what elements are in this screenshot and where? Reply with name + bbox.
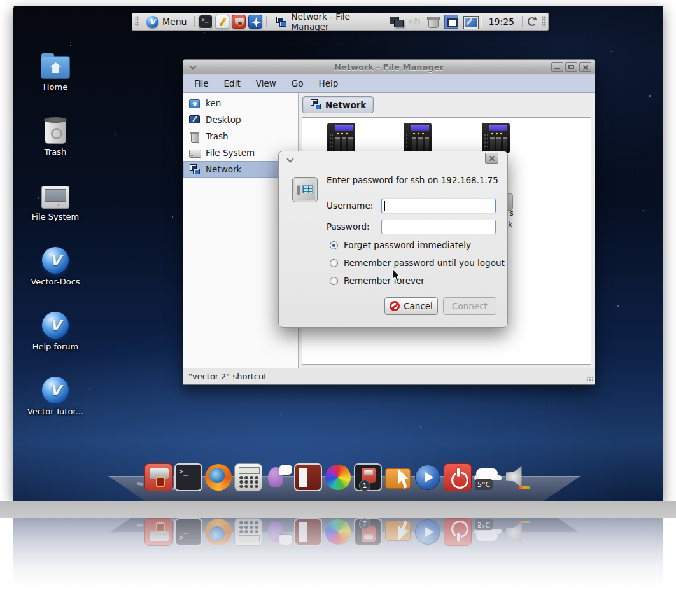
terminal-launcher-icon[interactable]: >_ [199, 15, 213, 29]
window-titlebar[interactable]: Network - File Manager [183, 60, 595, 74]
panel-grip-left[interactable] [135, 16, 139, 27]
dock: >_15°C [13, 451, 663, 501]
menu-go[interactable]: Go [285, 76, 311, 91]
trash-can-icon [189, 131, 200, 142]
radio-label: Forget password immediately [344, 240, 471, 250]
connect-button[interactable]: Connect [443, 297, 496, 315]
dock-power-icon[interactable] [444, 463, 472, 491]
workspace-tray-icon[interactable] [444, 15, 458, 29]
path-button-label: Network [325, 100, 366, 110]
radio-option-3[interactable]: Remember forever [330, 276, 425, 286]
resize-grip[interactable] [586, 376, 593, 382]
radio-icon[interactable] [330, 277, 338, 285]
network-icon [276, 17, 286, 27]
desktop-screen: V V Menu >_ Network - File Manager 19:25… [13, 6, 663, 501]
config-tool-launcher-icon[interactable] [248, 15, 262, 29]
maximize-button[interactable] [565, 62, 577, 72]
minimize-button[interactable] [551, 62, 563, 72]
cancel-icon [390, 301, 400, 311]
window-title: Network - File Manager [183, 62, 595, 72]
sidebar-item-label: Network [206, 164, 241, 174]
package-manager-launcher-icon[interactable] [232, 15, 246, 29]
radio-option-2[interactable]: Remember password until you logout [330, 258, 505, 268]
status-text: "vector-2" shortcut [188, 372, 267, 381]
desktop-icon-label: Help forum [32, 342, 79, 351]
desktop-icon-help-forum[interactable]: VHelp forum [25, 308, 86, 351]
sidebar-item-trash[interactable]: Trash [183, 128, 298, 144]
dock-file-manager-icon[interactable] [384, 463, 412, 491]
password-label: Password: [327, 221, 370, 232]
dialog-close-button[interactable] [485, 153, 498, 164]
volume-muted-tray-icon[interactable] [407, 15, 421, 29]
trash-tray-icon[interactable] [426, 15, 440, 29]
sidebar-item-ken[interactable]: ken [183, 95, 298, 111]
panel-separator [481, 16, 481, 27]
connect-label: Connect [452, 301, 488, 311]
dock-weather-icon[interactable]: 5°C [474, 463, 502, 491]
desktop-icon-label: File System [32, 212, 79, 221]
menu-edit[interactable]: Edit [217, 76, 248, 91]
menu-button[interactable]: V Menu [143, 16, 190, 28]
sidebar-item-desktop[interactable]: Desktop [183, 111, 298, 128]
network-icon [189, 164, 200, 175]
desktop-icon-trash[interactable]: Trash [25, 113, 86, 157]
path-bar: Network [299, 93, 595, 116]
radio-option-1[interactable]: Forget password immediately [330, 240, 471, 250]
close-button[interactable] [579, 62, 591, 72]
menu-file[interactable]: File [187, 76, 216, 91]
desktop-icon-vector-tutor-[interactable]: VVector-Tutor... [25, 373, 86, 416]
radio-label: Remember password until you logout [344, 258, 505, 268]
minimize-icon [554, 68, 560, 69]
dock-calculator-icon[interactable] [234, 463, 262, 491]
dock-firefox-icon[interactable] [204, 463, 232, 491]
sidebar-item-label: Desktop [206, 115, 241, 125]
desktop-icon [189, 115, 200, 125]
sidebar-item-label: ken [206, 98, 221, 108]
screen-tool-tray-icon[interactable] [463, 15, 477, 29]
system-tray [389, 15, 477, 29]
network-server-icon[interactable] [404, 123, 432, 153]
dock-terminal-icon[interactable]: >_ [174, 463, 202, 491]
vl-sphere-icon: V [42, 243, 69, 274]
desktop-icon-label: Vector-Tutor... [27, 407, 83, 416]
radio-icon[interactable] [330, 241, 338, 249]
menu-view[interactable]: View [249, 76, 283, 91]
dock-package-manager-icon[interactable] [144, 463, 173, 491]
dock-window-preview-icon[interactable]: 1 [354, 463, 382, 491]
desktop-icon-label: Trash [45, 147, 66, 157]
dock-strip: >_15°C [144, 463, 532, 491]
reload-icon[interactable] [526, 16, 538, 27]
dock-volume-icon[interactable] [503, 463, 532, 491]
panel-separator [266, 16, 267, 27]
clock[interactable]: 19:25 [485, 17, 518, 27]
display-tray-icon[interactable] [389, 15, 403, 29]
taskbar-item-file-manager[interactable]: Network - File Manager [271, 11, 384, 32]
dock-media-player-icon[interactable] [414, 463, 442, 491]
desktop-icon-label: Vector-Docs [31, 277, 80, 286]
desktop-icon-file-system[interactable]: File System [25, 178, 86, 221]
network-server-icon[interactable] [327, 123, 355, 153]
panel-grip-right[interactable] [542, 16, 546, 27]
reflection-band [0, 501, 676, 518]
dock-color-wheel-icon[interactable] [324, 463, 352, 491]
shade-icon[interactable] [286, 155, 293, 162]
dock-pidgin-icon[interactable] [264, 463, 292, 491]
cancel-button[interactable]: Cancel [384, 297, 438, 315]
desktop-icon-home[interactable]: Home [25, 48, 86, 92]
terminal-glyph: >_ [179, 467, 188, 476]
username-field[interactable] [381, 199, 496, 213]
password-field[interactable] [381, 220, 496, 234]
menu-help[interactable]: Help [312, 76, 346, 91]
path-button-network[interactable]: Network [302, 96, 374, 113]
desktop-icon-vector-docs[interactable]: VVector-Docs [25, 243, 86, 286]
text-editor-launcher-icon[interactable] [215, 15, 229, 29]
radio-icon[interactable] [330, 259, 338, 267]
home-folder-icon [189, 98, 200, 109]
partial-label-fragment: k [508, 220, 513, 229]
network-server-icon[interactable] [482, 123, 510, 153]
trash-can-icon [45, 113, 66, 144]
vl-letter: V [150, 18, 155, 26]
home-folder-icon [41, 48, 70, 79]
dock-documents-icon[interactable] [294, 463, 322, 491]
temperature-badge: 5°C [475, 479, 493, 490]
